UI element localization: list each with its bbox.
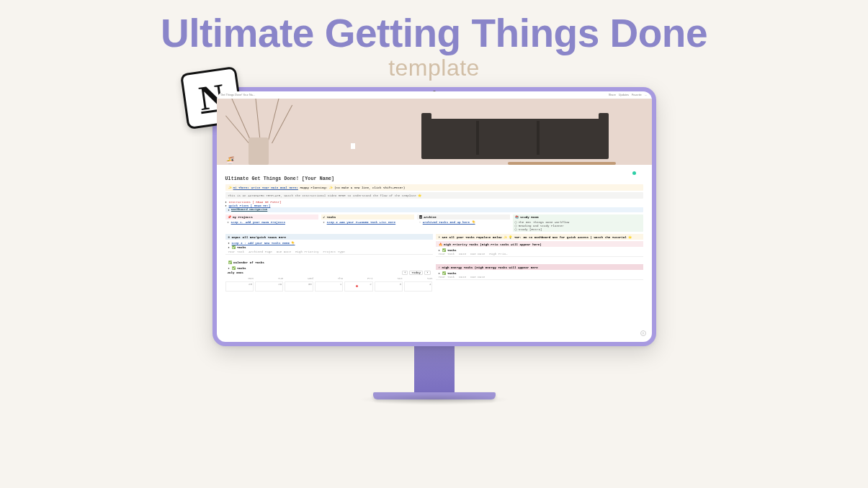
favorite-button[interactable]: Favorite	[632, 94, 642, 96]
heading-input-tasks: ❄ Input all New/Quick TASKS Here	[225, 234, 433, 240]
share-button[interactable]: Share	[609, 94, 616, 96]
window-topbar: Get Things Done! Your Na… Share Updates …	[217, 91, 652, 99]
help-button[interactable]: ?	[640, 330, 646, 336]
heading-high-priority: 🔥 High Priority Tasks (High Prio tasks w…	[436, 241, 643, 247]
panel-tasks[interactable]: ✔ Tasks ▸ Step 2 ADD your PLANNED Task L…	[321, 214, 414, 232]
left-column: ❄ Input all New/Quick TASKS Here ▸ Step …	[225, 234, 433, 292]
calendar-today[interactable]: Today	[409, 271, 423, 275]
right-column: ☀ See all your Tasks Populate Below ✨ 💡 …	[436, 234, 643, 292]
callout-main[interactable]: ✨ Hi There! Write Your Main Goal Here! H…	[225, 184, 643, 191]
panel-projects[interactable]: 📌 My Projects ▸ Step 1. Add your MAIN Pr…	[225, 214, 318, 232]
quad-row: 📌 My Projects ▸ Step 1. Add your MAIN Pr…	[225, 214, 643, 232]
page-icon[interactable]: 🍜	[225, 156, 234, 164]
screen: Get Things Done! Your Na… Share Updates …	[217, 91, 652, 342]
page-title[interactable]: Ultimate Get Things Done! [Your Name]	[225, 176, 643, 181]
cover-image	[217, 99, 652, 165]
more-button[interactable]: …	[645, 94, 648, 96]
calendar-prev[interactable]: ‹	[402, 271, 408, 275]
hero-subtitle: template	[388, 55, 480, 81]
heading-calendar: ✅ Calendar Of Tasks	[225, 259, 433, 265]
tip-banner: ☀ See all your Tasks Populate Below ✨ 💡 …	[436, 234, 643, 240]
tasks-db-title[interactable]: ▸ ✅ Tasks	[225, 245, 433, 250]
updates-button[interactable]: Updates	[619, 94, 629, 96]
prio-columns: Your TaskDateDue DateHigh Prio…	[436, 252, 643, 257]
hero-title: Ultimate Getting Things Done	[161, 10, 707, 56]
calendar-month[interactable]: July 2021	[228, 271, 244, 274]
toggle-dashboard-nav[interactable]: ▸ Dashboard Navigation	[225, 207, 643, 212]
callout-sub: This is an AUTOMATED TEMPLATE, watch the…	[225, 192, 643, 199]
energy-columns: Your TaskDateDue Date	[436, 275, 643, 280]
panel-archive[interactable]: 🗄 Archive ◦ Archived Tasks End up here 👇	[417, 214, 510, 232]
calendar-next[interactable]: ›	[424, 271, 431, 275]
monitor-neck	[414, 346, 455, 392]
tasks-columns: Your TaskArchived PageDue DateHigh Prior…	[225, 250, 433, 255]
heading-high-energy: ⚡ High Energy Tasks (High Energy Tasks W…	[436, 264, 643, 270]
status-indicator-icon	[632, 171, 636, 175]
monitor-frame: N Get Things Done! Your Na… Share Update…	[212, 87, 656, 346]
breadcrumb[interactable]: Get Things Done! Your Na…	[221, 94, 256, 96]
panel-study[interactable]: 📚 Study Room ▢ The Get Things Done Workf…	[513, 214, 643, 232]
calendar-days: 2829301234	[225, 281, 433, 292]
calendar-weekdays: MonTueWedThuFriSatSun	[225, 277, 433, 280]
